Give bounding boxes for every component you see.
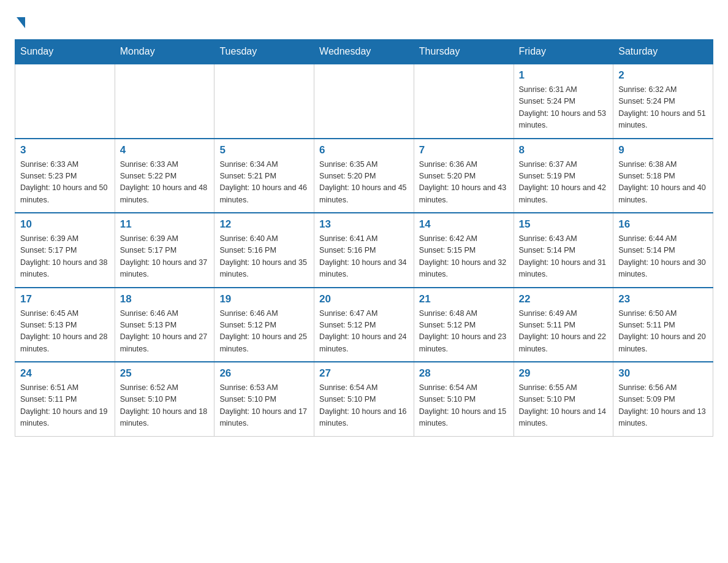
day-info: Sunrise: 6:53 AMSunset: 5:10 PMDaylight:… [219, 382, 309, 430]
day-info: Sunrise: 6:45 AMSunset: 5:13 PMDaylight:… [20, 308, 110, 356]
calendar-cell: 3Sunrise: 6:33 AMSunset: 5:23 PMDaylight… [15, 139, 115, 213]
day-info: Sunrise: 6:49 AMSunset: 5:11 PMDaylight:… [519, 308, 609, 356]
day-number: 3 [20, 144, 110, 156]
day-info: Sunrise: 6:46 AMSunset: 5:12 PMDaylight:… [219, 308, 309, 356]
calendar-cell: 14Sunrise: 6:42 AMSunset: 5:15 PMDayligh… [414, 213, 514, 288]
day-info: Sunrise: 6:39 AMSunset: 5:17 PMDaylight:… [120, 233, 210, 281]
day-number: 1 [519, 69, 609, 82]
calendar-cell: 25Sunrise: 6:52 AMSunset: 5:10 PMDayligh… [115, 362, 214, 436]
day-number: 17 [20, 293, 110, 305]
calendar-cell [115, 64, 214, 139]
calendar-cell: 12Sunrise: 6:40 AMSunset: 5:16 PMDayligh… [214, 213, 314, 288]
col-saturday: Saturday [613, 40, 713, 64]
day-number: 18 [120, 293, 210, 305]
day-info: Sunrise: 6:31 AMSunset: 5:24 PMDaylight:… [519, 84, 609, 132]
calendar-cell: 9Sunrise: 6:38 AMSunset: 5:18 PMDaylight… [613, 139, 713, 213]
calendar-week-row: 1Sunrise: 6:31 AMSunset: 5:24 PMDaylight… [15, 64, 713, 139]
day-info: Sunrise: 6:54 AMSunset: 5:10 PMDaylight:… [419, 382, 509, 430]
calendar-table: Sunday Monday Tuesday Wednesday Thursday… [15, 39, 713, 437]
day-number: 22 [519, 293, 609, 305]
day-info: Sunrise: 6:42 AMSunset: 5:15 PMDaylight:… [419, 233, 509, 281]
day-number: 30 [618, 367, 708, 380]
day-info: Sunrise: 6:33 AMSunset: 5:23 PMDaylight:… [20, 159, 110, 207]
col-thursday: Thursday [414, 40, 514, 64]
calendar-cell: 29Sunrise: 6:55 AMSunset: 5:10 PMDayligh… [514, 362, 613, 436]
calendar-cell: 10Sunrise: 6:39 AMSunset: 5:17 PMDayligh… [15, 213, 115, 288]
calendar-week-row: 24Sunrise: 6:51 AMSunset: 5:11 PMDayligh… [15, 362, 713, 436]
logo-arrow-icon [17, 17, 25, 28]
calendar-cell [214, 64, 314, 139]
calendar-week-row: 17Sunrise: 6:45 AMSunset: 5:13 PMDayligh… [15, 288, 713, 362]
day-info: Sunrise: 6:54 AMSunset: 5:10 PMDaylight:… [319, 382, 409, 430]
day-number: 23 [618, 293, 708, 305]
day-info: Sunrise: 6:46 AMSunset: 5:13 PMDaylight:… [120, 308, 210, 356]
calendar-cell: 5Sunrise: 6:34 AMSunset: 5:21 PMDaylight… [214, 139, 314, 213]
calendar-cell [314, 64, 414, 139]
day-info: Sunrise: 6:35 AMSunset: 5:20 PMDaylight:… [319, 159, 409, 207]
calendar-cell: 15Sunrise: 6:43 AMSunset: 5:14 PMDayligh… [514, 213, 613, 288]
day-number: 15 [519, 218, 609, 231]
day-info: Sunrise: 6:55 AMSunset: 5:10 PMDaylight:… [519, 382, 609, 430]
day-number: 5 [219, 144, 309, 156]
day-info: Sunrise: 6:34 AMSunset: 5:21 PMDaylight:… [219, 159, 309, 207]
calendar-cell: 24Sunrise: 6:51 AMSunset: 5:11 PMDayligh… [15, 362, 115, 436]
page-header [15, 15, 713, 28]
day-number: 10 [20, 218, 110, 231]
calendar-cell: 6Sunrise: 6:35 AMSunset: 5:20 PMDaylight… [314, 139, 414, 213]
day-number: 11 [120, 218, 210, 231]
day-number: 9 [618, 144, 708, 156]
day-number: 20 [319, 293, 409, 305]
day-number: 24 [20, 367, 110, 380]
day-info: Sunrise: 6:38 AMSunset: 5:18 PMDaylight:… [618, 159, 708, 207]
calendar-cell: 17Sunrise: 6:45 AMSunset: 5:13 PMDayligh… [15, 288, 115, 362]
day-number: 8 [519, 144, 609, 156]
calendar-cell: 19Sunrise: 6:46 AMSunset: 5:12 PMDayligh… [214, 288, 314, 362]
calendar-cell: 26Sunrise: 6:53 AMSunset: 5:10 PMDayligh… [214, 362, 314, 436]
day-number: 12 [219, 218, 309, 231]
calendar-cell: 1Sunrise: 6:31 AMSunset: 5:24 PMDaylight… [514, 64, 613, 139]
day-number: 19 [219, 293, 309, 305]
calendar-week-row: 3Sunrise: 6:33 AMSunset: 5:23 PMDaylight… [15, 139, 713, 213]
day-info: Sunrise: 6:43 AMSunset: 5:14 PMDaylight:… [519, 233, 609, 281]
day-info: Sunrise: 6:40 AMSunset: 5:16 PMDaylight:… [219, 233, 309, 281]
col-sunday: Sunday [15, 40, 115, 64]
day-info: Sunrise: 6:51 AMSunset: 5:11 PMDaylight:… [20, 382, 110, 430]
calendar-cell: 27Sunrise: 6:54 AMSunset: 5:10 PMDayligh… [314, 362, 414, 436]
calendar-cell: 21Sunrise: 6:48 AMSunset: 5:12 PMDayligh… [414, 288, 514, 362]
day-info: Sunrise: 6:37 AMSunset: 5:19 PMDaylight:… [519, 159, 609, 207]
day-info: Sunrise: 6:39 AMSunset: 5:17 PMDaylight:… [20, 233, 110, 281]
calendar-header-row: Sunday Monday Tuesday Wednesday Thursday… [15, 40, 713, 64]
day-number: 25 [120, 367, 210, 380]
day-info: Sunrise: 6:47 AMSunset: 5:12 PMDaylight:… [319, 308, 409, 356]
day-number: 4 [120, 144, 210, 156]
day-number: 28 [419, 367, 509, 380]
day-info: Sunrise: 6:44 AMSunset: 5:14 PMDaylight:… [618, 233, 708, 281]
calendar-cell: 7Sunrise: 6:36 AMSunset: 5:20 PMDaylight… [414, 139, 514, 213]
day-info: Sunrise: 6:32 AMSunset: 5:24 PMDaylight:… [618, 84, 708, 132]
calendar-week-row: 10Sunrise: 6:39 AMSunset: 5:17 PMDayligh… [15, 213, 713, 288]
calendar-cell: 4Sunrise: 6:33 AMSunset: 5:22 PMDaylight… [115, 139, 214, 213]
calendar-cell: 8Sunrise: 6:37 AMSunset: 5:19 PMDaylight… [514, 139, 613, 213]
day-info: Sunrise: 6:48 AMSunset: 5:12 PMDaylight:… [419, 308, 509, 356]
logo [15, 15, 25, 28]
calendar-cell: 30Sunrise: 6:56 AMSunset: 5:09 PMDayligh… [613, 362, 713, 436]
day-number: 7 [419, 144, 509, 156]
day-number: 2 [618, 69, 708, 82]
day-number: 21 [419, 293, 509, 305]
calendar-cell: 18Sunrise: 6:46 AMSunset: 5:13 PMDayligh… [115, 288, 214, 362]
day-info: Sunrise: 6:33 AMSunset: 5:22 PMDaylight:… [120, 159, 210, 207]
calendar-cell: 28Sunrise: 6:54 AMSunset: 5:10 PMDayligh… [414, 362, 514, 436]
day-number: 29 [519, 367, 609, 380]
day-info: Sunrise: 6:52 AMSunset: 5:10 PMDaylight:… [120, 382, 210, 430]
day-number: 6 [319, 144, 409, 156]
calendar-cell [15, 64, 115, 139]
col-monday: Monday [115, 40, 214, 64]
calendar-cell: 13Sunrise: 6:41 AMSunset: 5:16 PMDayligh… [314, 213, 414, 288]
day-number: 27 [319, 367, 409, 380]
calendar-cell: 2Sunrise: 6:32 AMSunset: 5:24 PMDaylight… [613, 64, 713, 139]
day-number: 16 [618, 218, 708, 231]
col-friday: Friday [514, 40, 613, 64]
calendar-cell: 16Sunrise: 6:44 AMSunset: 5:14 PMDayligh… [613, 213, 713, 288]
calendar-cell: 22Sunrise: 6:49 AMSunset: 5:11 PMDayligh… [514, 288, 613, 362]
col-wednesday: Wednesday [314, 40, 414, 64]
